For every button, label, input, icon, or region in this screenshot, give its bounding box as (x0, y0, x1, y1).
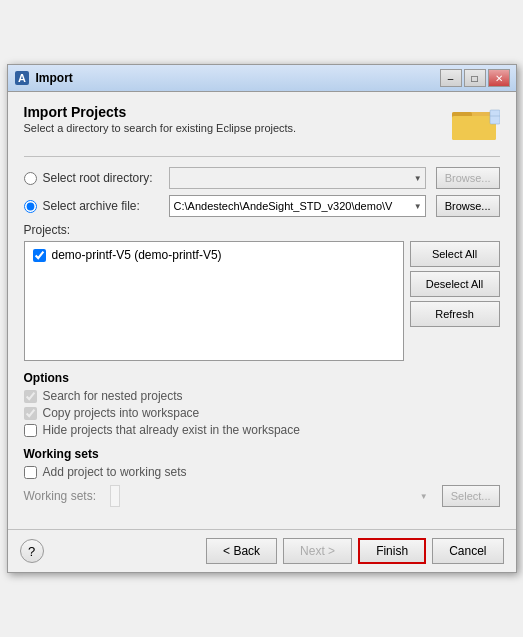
working-sets-title: Working sets (24, 447, 500, 461)
option-label-0: Search for nested projects (43, 389, 183, 403)
add-to-working-sets-label: Add project to working sets (43, 465, 187, 479)
archive-file-label[interactable]: Select archive file: (43, 199, 163, 213)
project-checkbox[interactable] (33, 249, 46, 262)
option-label-1: Copy projects into workspace (43, 406, 200, 420)
archive-file-row: Select archive file: C:\Andestech\AndeSi… (24, 195, 500, 217)
projects-container: demo-printf-V5 (demo-printf-V5) Select A… (24, 241, 500, 361)
working-sets-input-row: Working sets: ▼ Select... (24, 485, 500, 507)
footer-right: < Back Next > Finish Cancel (206, 538, 503, 564)
option-checkbox-0[interactable] (24, 390, 37, 403)
help-button[interactable]: ? (20, 539, 44, 563)
header-section: Import Projects Select a directory to se… (24, 104, 500, 144)
title-bar: A Import – □ ✕ (8, 65, 516, 92)
archive-file-select[interactable]: C:\Andestech\AndeSight_STD_v320\demo\V (169, 195, 426, 217)
option-row-0: Search for nested projects (24, 389, 500, 403)
projects-list: demo-printf-V5 (demo-printf-V5) (24, 241, 404, 361)
svg-rect-4 (452, 116, 496, 140)
select-all-button[interactable]: Select All (410, 241, 500, 267)
minimize-button[interactable]: – (440, 69, 462, 87)
projects-buttons: Select All Deselect All Refresh (410, 241, 500, 361)
cancel-button[interactable]: Cancel (432, 538, 503, 564)
svg-text:A: A (18, 72, 26, 84)
options-section: Options Search for nested projects Copy … (24, 371, 500, 437)
close-button[interactable]: ✕ (488, 69, 510, 87)
add-to-working-sets-checkbox[interactable] (24, 466, 37, 479)
root-directory-dropdown-wrapper: ▼ (169, 167, 426, 189)
dialog-title: Import Projects (24, 104, 297, 120)
next-button[interactable]: Next > (283, 538, 352, 564)
option-row-2: Hide projects that already exist in the … (24, 423, 500, 437)
maximize-button[interactable]: □ (464, 69, 486, 87)
import-dialog: A Import – □ ✕ Import Projects Select a … (7, 64, 517, 573)
working-sets-select-button[interactable]: Select... (442, 485, 500, 507)
option-checkbox-2[interactable] (24, 424, 37, 437)
working-sets-section: Working sets Add project to working sets… (24, 447, 500, 507)
ws-arrow-icon: ▼ (420, 492, 428, 501)
option-row-1: Copy projects into workspace (24, 406, 500, 420)
footer-left: ? (20, 539, 44, 563)
working-sets-field-label: Working sets: (24, 489, 104, 503)
options-title: Options (24, 371, 500, 385)
deselect-all-button[interactable]: Deselect All (410, 271, 500, 297)
dialog-subtitle: Select a directory to search for existin… (24, 122, 297, 134)
separator (24, 156, 500, 157)
dialog-content: Import Projects Select a directory to se… (8, 92, 516, 529)
project-item: demo-printf-V5 (demo-printf-V5) (29, 246, 399, 264)
title-bar-left: A Import (14, 70, 73, 86)
projects-label: Projects: (24, 223, 500, 237)
root-directory-row: Select root directory: ▼ Browse... (24, 167, 500, 189)
app-icon: A (14, 70, 30, 86)
ws-dropdown-wrapper: ▼ (110, 485, 432, 507)
dialog-footer: ? < Back Next > Finish Cancel (8, 529, 516, 572)
root-directory-radio[interactable] (24, 172, 37, 185)
option-label-2: Hide projects that already exist in the … (43, 423, 300, 437)
window-title: Import (36, 71, 73, 85)
root-directory-label[interactable]: Select root directory: (43, 171, 163, 185)
browse-root-button[interactable]: Browse... (436, 167, 500, 189)
project-item-label: demo-printf-V5 (demo-printf-V5) (52, 248, 222, 262)
root-directory-select[interactable] (169, 167, 426, 189)
back-button[interactable]: < Back (206, 538, 277, 564)
browse-archive-button[interactable]: Browse... (436, 195, 500, 217)
archive-dropdown-wrapper: C:\Andestech\AndeSight_STD_v320\demo\V ▼ (169, 195, 426, 217)
working-sets-add-row: Add project to working sets (24, 465, 500, 479)
header-text: Import Projects Select a directory to se… (24, 104, 297, 134)
working-sets-select[interactable] (110, 485, 120, 507)
option-checkbox-1[interactable] (24, 407, 37, 420)
archive-file-radio[interactable] (24, 200, 37, 213)
finish-button[interactable]: Finish (358, 538, 426, 564)
title-buttons: – □ ✕ (440, 69, 510, 87)
svg-rect-6 (490, 110, 500, 124)
folder-icon (452, 104, 500, 144)
refresh-button[interactable]: Refresh (410, 301, 500, 327)
